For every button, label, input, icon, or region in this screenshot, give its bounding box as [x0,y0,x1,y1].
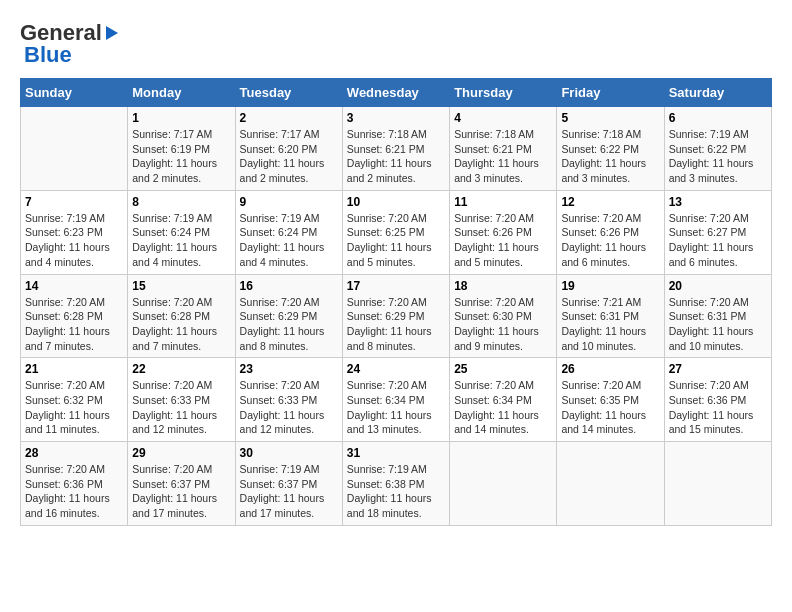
sunset-text: Sunset: 6:22 PM [669,142,767,157]
sunrise-text: Sunrise: 7:20 AM [561,378,659,393]
daylight-text: Daylight: 11 hours and 4 minutes. [240,240,338,269]
daylight-text: Daylight: 11 hours and 3 minutes. [561,156,659,185]
daylight-text: Daylight: 11 hours and 18 minutes. [347,491,445,520]
day-number: 25 [454,362,552,376]
daylight-text: Daylight: 11 hours and 5 minutes. [347,240,445,269]
day-header-monday: Monday [128,79,235,107]
sunset-text: Sunset: 6:25 PM [347,225,445,240]
calendar-cell: 21 Sunrise: 7:20 AM Sunset: 6:32 PM Dayl… [21,358,128,442]
day-info: Sunrise: 7:21 AM Sunset: 6:31 PM Dayligh… [561,295,659,354]
day-info: Sunrise: 7:20 AM Sunset: 6:25 PM Dayligh… [347,211,445,270]
day-number: 28 [25,446,123,460]
daylight-text: Daylight: 11 hours and 6 minutes. [561,240,659,269]
week-row-5: 28 Sunrise: 7:20 AM Sunset: 6:36 PM Dayl… [21,442,772,526]
calendar-cell: 14 Sunrise: 7:20 AM Sunset: 6:28 PM Dayl… [21,274,128,358]
calendar-cell: 22 Sunrise: 7:20 AM Sunset: 6:33 PM Dayl… [128,358,235,442]
sunset-text: Sunset: 6:29 PM [347,309,445,324]
day-number: 10 [347,195,445,209]
calendar-cell: 5 Sunrise: 7:18 AM Sunset: 6:22 PM Dayli… [557,107,664,191]
sunrise-text: Sunrise: 7:20 AM [25,462,123,477]
day-number: 8 [132,195,230,209]
calendar-cell: 4 Sunrise: 7:18 AM Sunset: 6:21 PM Dayli… [450,107,557,191]
sunset-text: Sunset: 6:20 PM [240,142,338,157]
sunrise-text: Sunrise: 7:19 AM [669,127,767,142]
daylight-text: Daylight: 11 hours and 2 minutes. [347,156,445,185]
calendar-cell: 20 Sunrise: 7:20 AM Sunset: 6:31 PM Dayl… [664,274,771,358]
calendar-table: SundayMondayTuesdayWednesdayThursdayFrid… [20,78,772,526]
sunset-text: Sunset: 6:34 PM [347,393,445,408]
day-number: 7 [25,195,123,209]
day-number: 30 [240,446,338,460]
day-number: 9 [240,195,338,209]
day-header-saturday: Saturday [664,79,771,107]
day-number: 24 [347,362,445,376]
sunset-text: Sunset: 6:19 PM [132,142,230,157]
daylight-text: Daylight: 11 hours and 2 minutes. [240,156,338,185]
sunrise-text: Sunrise: 7:20 AM [132,462,230,477]
daylight-text: Daylight: 11 hours and 6 minutes. [669,240,767,269]
day-number: 6 [669,111,767,125]
calendar-cell: 2 Sunrise: 7:17 AM Sunset: 6:20 PM Dayli… [235,107,342,191]
day-header-thursday: Thursday [450,79,557,107]
day-number: 26 [561,362,659,376]
day-header-friday: Friday [557,79,664,107]
calendar-cell: 8 Sunrise: 7:19 AM Sunset: 6:24 PM Dayli… [128,190,235,274]
day-number: 23 [240,362,338,376]
calendar-cell [664,442,771,526]
calendar-cell: 16 Sunrise: 7:20 AM Sunset: 6:29 PM Dayl… [235,274,342,358]
sunset-text: Sunset: 6:21 PM [347,142,445,157]
day-number: 19 [561,279,659,293]
day-info: Sunrise: 7:20 AM Sunset: 6:33 PM Dayligh… [240,378,338,437]
day-info: Sunrise: 7:20 AM Sunset: 6:29 PM Dayligh… [347,295,445,354]
sunset-text: Sunset: 6:36 PM [669,393,767,408]
day-info: Sunrise: 7:17 AM Sunset: 6:19 PM Dayligh… [132,127,230,186]
calendar-cell: 27 Sunrise: 7:20 AM Sunset: 6:36 PM Dayl… [664,358,771,442]
calendar-cell: 28 Sunrise: 7:20 AM Sunset: 6:36 PM Dayl… [21,442,128,526]
calendar-cell: 7 Sunrise: 7:19 AM Sunset: 6:23 PM Dayli… [21,190,128,274]
sunrise-text: Sunrise: 7:20 AM [132,378,230,393]
day-number: 11 [454,195,552,209]
sunrise-text: Sunrise: 7:20 AM [25,295,123,310]
day-info: Sunrise: 7:20 AM Sunset: 6:30 PM Dayligh… [454,295,552,354]
calendar-cell: 23 Sunrise: 7:20 AM Sunset: 6:33 PM Dayl… [235,358,342,442]
daylight-text: Daylight: 11 hours and 2 minutes. [132,156,230,185]
day-info: Sunrise: 7:18 AM Sunset: 6:21 PM Dayligh… [347,127,445,186]
sunrise-text: Sunrise: 7:20 AM [132,295,230,310]
day-info: Sunrise: 7:19 AM Sunset: 6:24 PM Dayligh… [132,211,230,270]
day-number: 27 [669,362,767,376]
sunset-text: Sunset: 6:26 PM [561,225,659,240]
day-number: 3 [347,111,445,125]
sunrise-text: Sunrise: 7:20 AM [669,378,767,393]
day-number: 14 [25,279,123,293]
sunset-text: Sunset: 6:33 PM [240,393,338,408]
week-row-3: 14 Sunrise: 7:20 AM Sunset: 6:28 PM Dayl… [21,274,772,358]
calendar-cell [21,107,128,191]
sunrise-text: Sunrise: 7:20 AM [240,295,338,310]
sunset-text: Sunset: 6:24 PM [240,225,338,240]
sunrise-text: Sunrise: 7:20 AM [561,211,659,226]
calendar-cell: 19 Sunrise: 7:21 AM Sunset: 6:31 PM Dayl… [557,274,664,358]
calendar-cell: 17 Sunrise: 7:20 AM Sunset: 6:29 PM Dayl… [342,274,449,358]
day-info: Sunrise: 7:18 AM Sunset: 6:22 PM Dayligh… [561,127,659,186]
sunrise-text: Sunrise: 7:20 AM [669,211,767,226]
sunrise-text: Sunrise: 7:20 AM [347,378,445,393]
day-info: Sunrise: 7:20 AM Sunset: 6:27 PM Dayligh… [669,211,767,270]
daylight-text: Daylight: 11 hours and 12 minutes. [132,408,230,437]
day-info: Sunrise: 7:17 AM Sunset: 6:20 PM Dayligh… [240,127,338,186]
sunset-text: Sunset: 6:29 PM [240,309,338,324]
calendar-cell: 12 Sunrise: 7:20 AM Sunset: 6:26 PM Dayl… [557,190,664,274]
calendar-cell [557,442,664,526]
sunrise-text: Sunrise: 7:20 AM [454,378,552,393]
day-info: Sunrise: 7:20 AM Sunset: 6:33 PM Dayligh… [132,378,230,437]
daylight-text: Daylight: 11 hours and 15 minutes. [669,408,767,437]
header-row: SundayMondayTuesdayWednesdayThursdayFrid… [21,79,772,107]
sunset-text: Sunset: 6:33 PM [132,393,230,408]
day-number: 17 [347,279,445,293]
day-info: Sunrise: 7:19 AM Sunset: 6:37 PM Dayligh… [240,462,338,521]
sunset-text: Sunset: 6:34 PM [454,393,552,408]
day-info: Sunrise: 7:20 AM Sunset: 6:36 PM Dayligh… [25,462,123,521]
daylight-text: Daylight: 11 hours and 3 minutes. [669,156,767,185]
day-info: Sunrise: 7:20 AM Sunset: 6:31 PM Dayligh… [669,295,767,354]
daylight-text: Daylight: 11 hours and 13 minutes. [347,408,445,437]
sunrise-text: Sunrise: 7:19 AM [132,211,230,226]
